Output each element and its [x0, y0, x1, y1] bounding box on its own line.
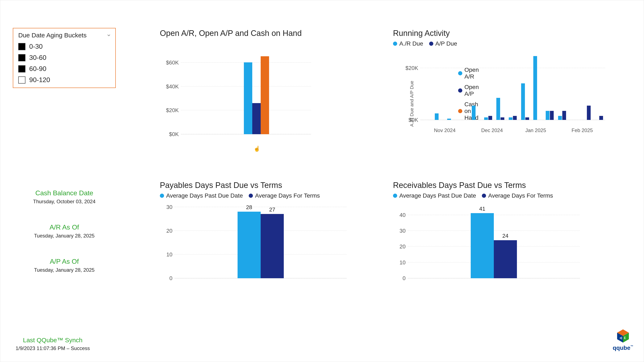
bar-ar-due[interactable] — [521, 83, 525, 120]
slicer-title: Due Date Aging Buckets — [18, 32, 86, 39]
bar-ap-due[interactable] — [562, 111, 566, 120]
bar-label: 28 — [238, 204, 261, 210]
chart-title: Receivables Days Past Due vs Terms — [393, 181, 586, 190]
bar-pair — [533, 56, 541, 120]
legend-swatch-icon — [393, 42, 397, 46]
chart-title: Running Activity — [393, 29, 614, 38]
legend-item: A./R Due — [393, 40, 423, 47]
x-tick: Nov 2024 — [434, 128, 456, 133]
bar-open-ap[interactable] — [252, 103, 261, 134]
bar-pair — [435, 114, 443, 120]
legend-label: Average Days Past Due Date — [399, 192, 476, 199]
chart-title: Open A/R, Open A/P and Cash on Hand — [160, 29, 353, 38]
chart-legend: Average Days Past Due Date Average Days … — [393, 192, 586, 203]
bar-ap-due[interactable] — [525, 118, 529, 120]
cash-balance-card: Cash Balance Date Thursday, October 03, … — [13, 189, 116, 204]
chart-legend: A./R Due A/P Due — [393, 40, 614, 51]
bar-avg-past-due[interactable]: 28 — [238, 212, 261, 278]
slicer-item-60-90[interactable]: 60-90 — [13, 63, 115, 74]
x-tick: Feb 2025 — [572, 128, 593, 133]
bar-ar-due[interactable] — [546, 111, 550, 120]
card-value: 1/9/2023 11:07:36 PM – Success — [11, 346, 95, 351]
x-tick: Dec 2024 — [481, 128, 503, 133]
slicer-item-30-60[interactable]: 30-60 — [13, 52, 115, 63]
bar-open-ar[interactable] — [244, 62, 252, 134]
slicer-item-label: 0-30 — [29, 43, 43, 50]
info-column: Cash Balance Date Thursday, October 03, … — [13, 189, 116, 292]
cube-icon: ıı| Σ — [616, 328, 630, 343]
y-tick: 20 — [156, 228, 172, 234]
y-tick: $20K — [162, 107, 179, 114]
checkbox-icon[interactable] — [18, 65, 26, 72]
chart-payables-days[interactable]: Payables Days Past Due vs Terms Average … — [160, 181, 353, 278]
bar-ap-due[interactable] — [513, 116, 517, 120]
bar-pair — [496, 98, 504, 120]
bar-ar-due[interactable] — [533, 56, 537, 120]
bar-group: 28 27 — [238, 212, 284, 278]
y-tick: 30 — [389, 228, 406, 234]
bar-ar-due[interactable] — [484, 118, 488, 120]
chart-running-activity[interactable]: Running Activity A./R Due A/P Due $0K $2… — [393, 29, 614, 120]
y-tick: 0 — [389, 275, 406, 282]
bar-pair — [558, 111, 566, 120]
bar-ap-due[interactable] — [500, 118, 504, 120]
bar-pair — [447, 119, 455, 120]
bar-ar-due[interactable] — [472, 106, 476, 120]
bar-ar-due[interactable] — [435, 114, 438, 120]
bar-label: 27 — [261, 206, 284, 213]
bar-ap-due[interactable] — [587, 106, 591, 120]
bar-group — [420, 55, 605, 120]
y-tick: $20K — [402, 65, 418, 71]
chart-legend: Average Days Past Due Date Average Days … — [160, 192, 353, 203]
y-tick: $60K — [162, 59, 179, 66]
aging-bucket-slicer[interactable]: Due Date Aging Buckets 0-30 30-60 60-90 … — [13, 28, 116, 88]
bar-cash-on-hand[interactable] — [261, 56, 269, 134]
plot-area: $0K $20K $40K $60K — [181, 50, 311, 134]
legend-label: Average Days For Terms — [488, 192, 553, 199]
checkbox-icon[interactable] — [18, 54, 26, 61]
bar-pair — [595, 116, 603, 120]
chart-title: Payables Days Past Due vs Terms — [160, 181, 353, 190]
bar-avg-past-due[interactable]: 41 — [471, 213, 494, 278]
y-tick: $0K — [162, 131, 179, 138]
bar-ap-due[interactable] — [550, 111, 554, 120]
legend-swatch-icon — [249, 194, 253, 198]
bar-avg-terms[interactable]: 27 — [261, 214, 284, 278]
y-tick: 40 — [389, 212, 406, 218]
legend-swatch-icon — [160, 194, 164, 198]
legend-swatch-icon — [482, 194, 486, 198]
checkbox-icon[interactable] — [18, 76, 26, 84]
bar-ar-due[interactable] — [447, 119, 451, 120]
checkbox-icon[interactable] — [18, 43, 26, 50]
bar-ar-due[interactable] — [558, 116, 562, 120]
bar-pair — [484, 116, 492, 120]
bar-avg-terms[interactable]: 24 — [494, 240, 517, 278]
bar-ap-due[interactable] — [599, 116, 603, 120]
legend-label: Average Days For Terms — [255, 192, 320, 199]
slicer-item-label: 90-120 — [29, 76, 50, 84]
bar-pair — [521, 83, 529, 120]
bar-ap-due[interactable] — [488, 116, 492, 120]
bar-ar-due[interactable] — [509, 118, 512, 120]
y-axis-label: A./R Due and A/P Due — [409, 76, 415, 131]
bar-pair — [509, 116, 517, 120]
plot-area: 0 10 20 30 40 41 24 — [408, 207, 580, 278]
slicer-item-0-30[interactable]: 0-30 — [13, 41, 115, 52]
y-tick: 30 — [156, 204, 172, 210]
y-tick: 10 — [389, 259, 406, 266]
qqube-logo: ıı| Σ qqube™ — [613, 328, 633, 351]
chart-receivables-days[interactable]: Receivables Days Past Due vs Terms Avera… — [393, 181, 586, 278]
chart-open-ar-ap-cash[interactable]: Open A/R, Open A/P and Cash on Hand $0K … — [160, 29, 353, 134]
bar-pair — [472, 106, 480, 120]
y-tick: $40K — [162, 83, 179, 90]
card-title: Cash Balance Date — [13, 189, 116, 197]
slicer-item-label: 30-60 — [29, 54, 46, 62]
slicer-item-90-120[interactable]: 90-120 — [13, 74, 115, 86]
ap-asof-card: A/P As Of Tuesday, January 28, 2025 — [13, 258, 116, 273]
plot-area: $0K $20K Nov 2024 Dec 2024 Jan 2025 Feb … — [420, 55, 605, 120]
chevron-down-icon[interactable] — [106, 33, 111, 38]
logo-text: qqube™ — [613, 344, 633, 351]
legend-item: Average Days For Terms — [482, 192, 553, 199]
slicer-header[interactable]: Due Date Aging Buckets — [13, 30, 115, 41]
bar-ar-due[interactable] — [496, 98, 500, 120]
